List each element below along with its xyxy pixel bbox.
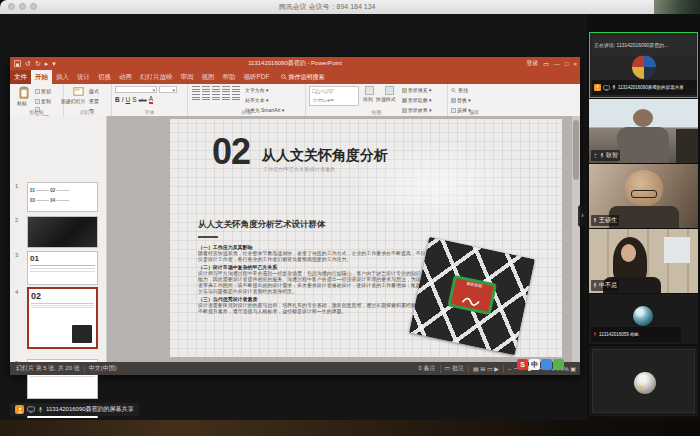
paste-button[interactable]: 粘贴 bbox=[13, 86, 35, 109]
tile-participant-video[interactable]: 耿智 bbox=[589, 99, 698, 163]
mic-muted-icon bbox=[593, 331, 597, 338]
slide-subtitle[interactable]: 工作压力/甲乙方关系/设计者素质 bbox=[263, 166, 394, 179]
reading-view-icon[interactable]: ▭ bbox=[487, 365, 493, 372]
close-window-icon[interactable] bbox=[8, 3, 15, 10]
drawing-group: □△○◇▽ ☆▭⌂+≈ 排列 快速样式 形状填充 ▾ 形状轮廓 ▾ 形状效果 ▾… bbox=[306, 84, 448, 116]
tab-foxit-pdf[interactable]: 福昕PDF bbox=[240, 70, 274, 84]
shape-fill-button[interactable]: 形状填充 ▾ bbox=[402, 86, 441, 96]
minimize-button[interactable]: — bbox=[554, 61, 560, 67]
notes-button[interactable]: ≡ 备注 bbox=[418, 364, 435, 373]
thumb-number: 2 bbox=[15, 217, 18, 223]
new-slide-button[interactable]: 新建幻灯片 bbox=[67, 86, 89, 107]
tab-file[interactable]: 文件 bbox=[10, 70, 31, 84]
slide-heading[interactable]: 从人文关怀角度分析艺术设计群体 bbox=[198, 219, 326, 231]
language-indicator[interactable]: 中文(中国) bbox=[89, 364, 117, 373]
close-button[interactable]: × bbox=[573, 61, 577, 67]
sign-in-button[interactable]: 登录 bbox=[526, 59, 538, 68]
shape-outline-button[interactable]: 形状轮廓 ▾ bbox=[402, 96, 441, 106]
zoom-window-icon[interactable] bbox=[30, 3, 37, 10]
bullet-list-buttons[interactable] bbox=[191, 86, 245, 94]
tile-participant-avatar[interactable]: 113142016059 相帆 bbox=[589, 294, 698, 344]
mic-icon bbox=[593, 282, 597, 289]
replace-button[interactable]: 替换 ▾ bbox=[451, 96, 498, 106]
font-size-select[interactable]: ▾ bbox=[159, 86, 177, 93]
powerpoint-window: ↺ ↻ ▸ ▾ 113142016090聂雹韵 - PowerPoint 登录 … bbox=[10, 57, 580, 375]
quick-styles-icon bbox=[385, 86, 394, 95]
chinese-mode-icon[interactable]: 中 bbox=[529, 359, 540, 370]
slide-thumbnail-3[interactable]: 01 bbox=[27, 251, 98, 285]
slide-thumbnail-4-selected[interactable]: 02 bbox=[27, 287, 98, 349]
underline-button[interactable]: U bbox=[126, 96, 131, 103]
tab-help[interactable]: 帮助 bbox=[219, 70, 240, 84]
text-direction-button[interactable]: 文字方向 ▾ bbox=[245, 86, 301, 96]
input-method-toolbar: S 中 bbox=[517, 359, 564, 370]
copy-button[interactable]: 复制 bbox=[35, 97, 61, 107]
tile-label: 王硕生 bbox=[591, 215, 619, 226]
scrollbar-thumb[interactable] bbox=[573, 120, 579, 180]
participant-name: 王硕生 bbox=[599, 216, 617, 225]
find-button[interactable]: 查找 bbox=[451, 86, 498, 96]
bold-button[interactable]: B bbox=[115, 96, 120, 103]
slide-body-text[interactable]: （一）工作压力及其影响 随着经济快速发展，社会整体节奏迅速加快，改变了传统的工作… bbox=[198, 243, 429, 315]
monitor-icon bbox=[27, 406, 35, 413]
tab-home[interactable]: 开始 bbox=[31, 70, 52, 84]
participant-name: 耿智 bbox=[606, 151, 618, 160]
ribbon-options-icon[interactable]: ▭ bbox=[543, 60, 549, 67]
normal-view-icon[interactable]: ▤ bbox=[473, 365, 479, 372]
arrange-icon bbox=[365, 86, 374, 95]
tab-transitions[interactable]: 切换 bbox=[94, 70, 115, 84]
ime-keyboard-icon[interactable] bbox=[541, 359, 552, 370]
sharer-avatar-icon bbox=[15, 405, 24, 414]
sogou-icon[interactable]: S bbox=[517, 359, 528, 370]
sorter-view-icon[interactable]: ⊞ bbox=[480, 365, 485, 372]
vertical-scrollbar[interactable] bbox=[572, 116, 580, 362]
strikethrough-button[interactable]: abc bbox=[139, 97, 147, 103]
slide-section-number[interactable]: 02 bbox=[212, 131, 250, 173]
thumb-poster-image bbox=[72, 325, 92, 343]
fit-to-window-icon[interactable]: ▣ bbox=[570, 365, 576, 372]
tab-design[interactable]: 设计 bbox=[73, 70, 94, 84]
font-color-button[interactable]: A bbox=[149, 95, 153, 104]
share-badge-icon bbox=[594, 84, 601, 91]
ime-toolbox-icon[interactable] bbox=[553, 359, 564, 370]
maximize-button[interactable]: □ bbox=[565, 61, 569, 67]
align-text-button[interactable]: 对齐文本 ▾ bbox=[245, 96, 301, 106]
tile-label: 113142016059 相帆 bbox=[591, 327, 681, 342]
mic-icon bbox=[38, 406, 43, 414]
tile-participant-video[interactable]: 王硕生 bbox=[589, 164, 698, 228]
italic-button[interactable]: I bbox=[122, 96, 124, 103]
minimize-window-icon[interactable] bbox=[19, 3, 26, 10]
slide-counter: 幻灯片 第 5 张, 共 20 张 bbox=[16, 364, 80, 373]
tile-participant-avatar[interactable] bbox=[589, 346, 698, 416]
tile-active-speaker-share[interactable]: 正在讲话: 113142016090聂雹韵... 113142016090聂雹韵… bbox=[589, 32, 698, 98]
powerpoint-window-controls: 登录 ▭ — □ × bbox=[526, 57, 577, 70]
powerpoint-status-bar: 幻灯片 第 5 张, 共 20 张 中文(中国) ≡ 备注 ▭ 批注 ▤ ⊞ ▭… bbox=[10, 362, 580, 375]
tab-animations[interactable]: 动画 bbox=[115, 70, 136, 84]
cut-button[interactable]: 剪切 bbox=[35, 87, 61, 97]
slide[interactable]: 02 从人文关怀角度分析 工作压力/甲乙方关系/设计者素质 从人文关怀角度分析艺… bbox=[170, 119, 562, 357]
tab-insert[interactable]: 插入 bbox=[52, 70, 73, 84]
slide-thumbnail-1[interactable]: 01 ──── 02 ──── 03 ──── 04 ──── bbox=[27, 182, 98, 212]
tell-me-search[interactable]: 操作说明搜索 bbox=[281, 73, 325, 82]
text-shadow-button[interactable]: S bbox=[132, 96, 136, 103]
quick-styles-button[interactable]: 快速样式 bbox=[381, 86, 399, 105]
alignment-buttons[interactable] bbox=[191, 94, 245, 102]
reset-button[interactable]: 重置 bbox=[89, 97, 103, 107]
screen-share-indicator: 113142016090聂雹韵的屏幕共享 bbox=[10, 403, 139, 416]
comments-button[interactable]: ▭ 批注 bbox=[445, 364, 464, 373]
slide-title[interactable]: 从人文关怀角度分析 bbox=[262, 147, 388, 165]
font-name-select[interactable]: ▾ bbox=[115, 86, 157, 93]
powerpoint-titlebar: ↺ ↻ ▸ ▾ 113142016090聂雹韵 - PowerPoint 登录 … bbox=[10, 57, 580, 70]
shapes-gallery[interactable]: □△○◇▽ ☆▭⌂+≈ bbox=[309, 86, 359, 106]
tab-slideshow[interactable]: 幻灯片放映 bbox=[136, 70, 177, 84]
slide-thumbnail-2[interactable] bbox=[27, 216, 98, 248]
sidebar-collapse-handle[interactable]: › bbox=[578, 205, 587, 227]
slideshow-view-icon[interactable]: ▶ bbox=[494, 365, 499, 372]
layout-button[interactable]: 版式 bbox=[89, 87, 103, 97]
tab-view[interactable]: 视图 bbox=[198, 70, 219, 84]
zoom-out-button[interactable]: − bbox=[508, 366, 512, 372]
poster-image[interactable]: 极新假期 bbox=[409, 237, 535, 355]
cut-icon bbox=[35, 89, 40, 94]
tile-participant-video[interactable]: 申不忌 bbox=[589, 229, 698, 293]
tab-review[interactable]: 审阅 bbox=[177, 70, 198, 84]
